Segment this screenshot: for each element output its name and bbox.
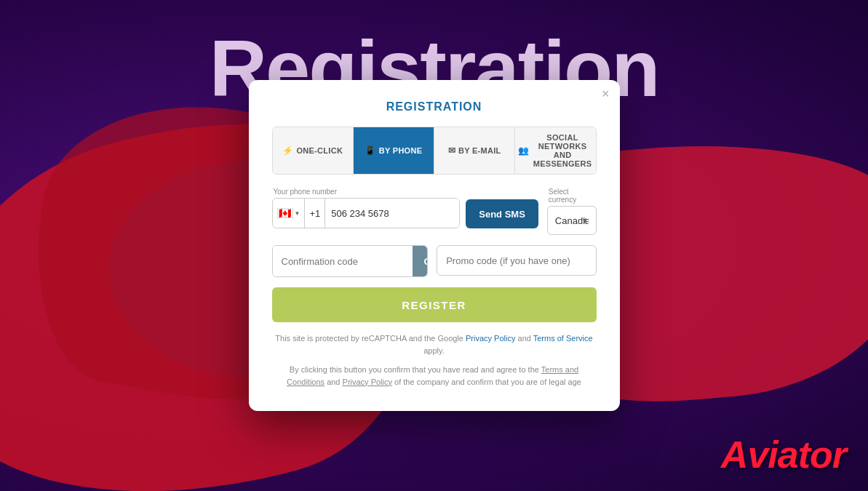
currency-label: Select currency [547,188,597,204]
tab-social-label: SOCIAL NETWORKS AND MESSENGERS [533,133,593,168]
phone-currency-row: Your phone number 🇨🇦 ▼ +1 Send SMS Sele [272,188,597,235]
registration-modal: × REGISTRATION ⚡ ONE-CLICK 📱 BY PHONE ✉ … [249,80,620,411]
terms-notice: By clicking this button you confirm that… [272,364,597,388]
register-button[interactable]: REGISTER [272,287,597,322]
tab-by-phone-label: BY PHONE [379,146,423,155]
confirm-button[interactable]: Confirm [413,246,429,276]
confirmation-code-input[interactable] [273,246,413,276]
flag-chevron-icon: ▼ [295,210,300,217]
send-sms-button[interactable]: Send SMS [466,199,538,228]
currency-select[interactable]: Canadian dollar (CAD) US Dollar (USD) Eu… [547,206,597,235]
promo-code-input[interactable] [437,245,596,276]
currency-field-group: Select currency Canadian dollar (CAD) US… [547,188,597,235]
phone-input-wrapper: 🇨🇦 ▼ +1 [272,198,461,228]
currency-select-wrapper: Canadian dollar (CAD) US Dollar (USD) Eu… [547,206,597,235]
confirmation-promo-row: Confirm [272,245,597,277]
tab-by-phone[interactable]: 📱 BY PHONE [354,127,434,174]
tab-social[interactable]: 👥 SOCIAL NETWORKS AND MESSENGERS [515,127,595,174]
captcha-notice: This site is protected by reCAPTCHA and … [272,332,597,356]
flag-dropdown[interactable]: 🇨🇦 ▼ [273,199,306,228]
phone-icon: 📱 [365,145,375,156]
privacy-policy-link[interactable]: Privacy Policy [466,334,515,343]
tab-by-email[interactable]: ✉ BY E-MAIL [434,127,515,174]
close-button[interactable]: × [602,87,610,100]
canada-flag: 🇨🇦 [277,208,293,218]
tab-by-email-label: BY E-MAIL [458,146,501,155]
confirmation-input-wrapper: Confirm [272,245,429,277]
email-icon: ✉ [448,145,455,156]
phone-label: Your phone number [272,188,538,196]
tab-one-click[interactable]: ⚡ ONE-CLICK [273,127,354,174]
modal-overlay: × REGISTRATION ⚡ ONE-CLICK 📱 BY PHONE ✉ … [0,0,868,491]
phone-number-input[interactable] [325,199,459,228]
social-icon: 👥 [518,145,529,156]
modal-title: REGISTRATION [272,100,597,113]
registration-tabs: ⚡ ONE-CLICK 📱 BY PHONE ✉ BY E-MAIL 👥 SOC… [272,127,597,175]
lightning-icon: ⚡ [282,145,293,156]
tab-one-click-label: ONE-CLICK [296,146,343,155]
privacy-link[interactable]: Privacy Policy [343,378,392,386]
phone-field-group: Your phone number 🇨🇦 ▼ +1 Send SMS [272,188,538,235]
terms-of-service-link[interactable]: Terms of Service [533,334,593,343]
country-code: +1 [305,199,325,228]
